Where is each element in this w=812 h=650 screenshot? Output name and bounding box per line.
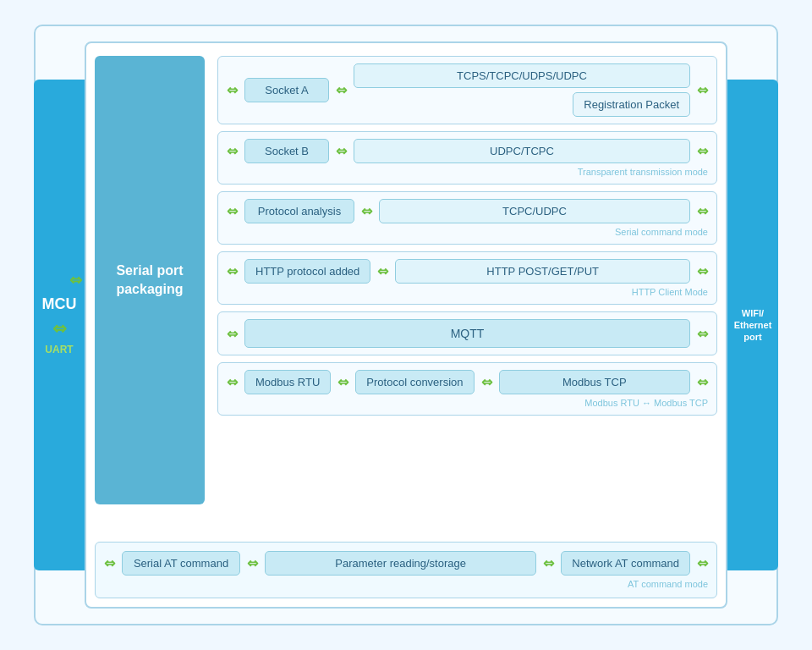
mcu-arrow: ⇔ — [52, 318, 67, 339]
protocol-section: ⇔ Protocol analysis ⇔ TCPC/UDPC ⇔ Serial… — [217, 191, 717, 245]
http-post-box: HTTP POST/GET/PUT — [395, 259, 690, 284]
wifi-block: WIFI/ Ethernet port — [727, 80, 778, 570]
mcu-block: MCU ⇔ UART — [34, 80, 85, 570]
at-row: ⇔ Serial AT command ⇔ Parameter reading/… — [104, 551, 708, 576]
mqtt-box: MQTT — [244, 319, 690, 348]
mqtt-to-wifi-arrow: ⇔ — [697, 326, 708, 342]
modbus-left-arrow: ⇔ — [337, 374, 348, 390]
socket-b-row: ⇔ Socket B ⇔ UDPC/TCPC ⇔ — [227, 139, 708, 163]
serial-to-socketb-arrow: ⇔ — [227, 143, 238, 159]
network-at-box: Network AT command — [561, 551, 690, 576]
http-middle-arrow: ⇔ — [377, 263, 388, 279]
at-command-row: ⇔ Serial AT command ⇔ Parameter reading/… — [95, 542, 717, 598]
http-added-box: HTTP protocol added — [244, 259, 370, 284]
at-left-arrow: ⇔ — [247, 555, 258, 571]
mqtt-section: ⇔ MQTT ⇔ — [217, 311, 717, 355]
modbus-tcp-box: Modbus TCP — [499, 370, 690, 394]
reg-packet-wrapper: Registration Packet — [354, 92, 690, 117]
at-to-wifi-arrow: ⇔ — [697, 555, 708, 571]
serial-at-box: Serial AT command — [122, 551, 240, 576]
serial-to-protocol-arrow: ⇔ — [227, 203, 238, 219]
serial-port-block: ⇔ Serial port packaging — [95, 56, 205, 504]
outer-box: MCU ⇔ UART WIFI/ Ethernet port ⇔ Serial … — [34, 25, 778, 625]
socket-b-section: ⇔ Socket B ⇔ UDPC/TCPC ⇔ Transparent tra… — [217, 131, 717, 185]
protocol-conversion-box: Protocol conversion — [355, 370, 474, 394]
serial-command-mode-label: Serial command mode — [227, 227, 708, 237]
modbus-to-wifi-arrow: ⇔ — [697, 374, 708, 390]
at-mode-label: AT command mode — [104, 579, 708, 589]
http-section: ⇔ HTTP protocol added ⇔ HTTP POST/GET/PU… — [217, 251, 717, 305]
inner-box: ⇔ Serial port packaging ⇔ Socket A ⇔ — [85, 41, 727, 609]
http-to-wifi-arrow: ⇔ — [697, 263, 708, 279]
socketb-to-protocol-arrow: ⇔ — [336, 143, 347, 159]
modbus-row: ⇔ Modbus RTU ⇔ Protocol conversion ⇔ Mod… — [227, 370, 708, 394]
transparent-mode-label: Transparent transmission mode — [227, 167, 708, 177]
socket-a-right: TCPS/TCPC/UDPS/UDPC Registration Packet — [354, 63, 690, 117]
mqtt-row: ⇔ MQTT ⇔ — [227, 319, 708, 348]
http-client-mode-label: HTTP Client Mode — [227, 287, 708, 297]
socket-a-row: ⇔ Socket A ⇔ TCPS/TCPC/UDPS/UDPC Regist — [227, 63, 708, 117]
udpc-tcpc-box: UDPC/TCPC — [354, 139, 690, 163]
socketa-to-wifi-arrow: ⇔ — [697, 82, 708, 98]
modbus-rtu-box: Modbus RTU — [244, 370, 331, 394]
mcu-to-at-arrow: ⇔ — [104, 555, 115, 571]
content-area: ⇔ Socket A ⇔ TCPS/TCPC/UDPS/UDPC Regist — [217, 56, 717, 539]
param-reading-box: Parameter reading/storage — [265, 551, 536, 576]
serial-to-mqtt-arrow: ⇔ — [227, 326, 238, 342]
protocol-row: ⇔ Protocol analysis ⇔ TCPC/UDPC ⇔ — [227, 199, 708, 223]
modbus-mode-label: Modbus RTU ↔ Modbus TCP — [227, 398, 708, 408]
socket-b-box: Socket B — [244, 139, 329, 163]
protocol-to-wifi-arrow: ⇔ — [697, 203, 708, 219]
at-right-arrow: ⇔ — [543, 555, 554, 571]
protocol-middle-arrow: ⇔ — [361, 203, 372, 219]
wifi-label: WIFI/ Ethernet port — [731, 307, 775, 344]
mcu-to-serial-arrow: ⇔ — [69, 271, 82, 289]
socketa-to-protocol-arrow: ⇔ — [336, 82, 347, 98]
mcu-label: MCU — [42, 295, 77, 313]
socketb-to-wifi-arrow: ⇔ — [697, 143, 708, 159]
reg-packet-box: Registration Packet — [573, 92, 690, 117]
tcps-box: TCPS/TCPC/UDPS/UDPC — [354, 63, 690, 88]
modbus-section: ⇔ Modbus RTU ⇔ Protocol conversion ⇔ Mod… — [217, 362, 717, 416]
uart-label: UART — [45, 344, 73, 355]
serial-to-modbus-arrow: ⇔ — [227, 374, 238, 390]
socket-a-section: ⇔ Socket A ⇔ TCPS/TCPC/UDPS/UDPC Regist — [217, 56, 717, 124]
serial-to-http-arrow: ⇔ — [227, 263, 238, 279]
modbus-right-arrow: ⇔ — [481, 374, 492, 390]
tcpc-udpc-box: TCPC/UDPC — [379, 199, 690, 223]
protocol-analysis-box: Protocol analysis — [244, 199, 354, 223]
serial-to-socketa-arrow: ⇔ — [227, 82, 238, 98]
serial-port-label: Serial port packaging — [95, 262, 205, 300]
socket-a-box: Socket A — [244, 78, 329, 102]
diagram-container: MCU ⇔ UART WIFI/ Ethernet port ⇔ Serial … — [17, 16, 795, 634]
http-row: ⇔ HTTP protocol added ⇔ HTTP POST/GET/PU… — [227, 259, 708, 284]
